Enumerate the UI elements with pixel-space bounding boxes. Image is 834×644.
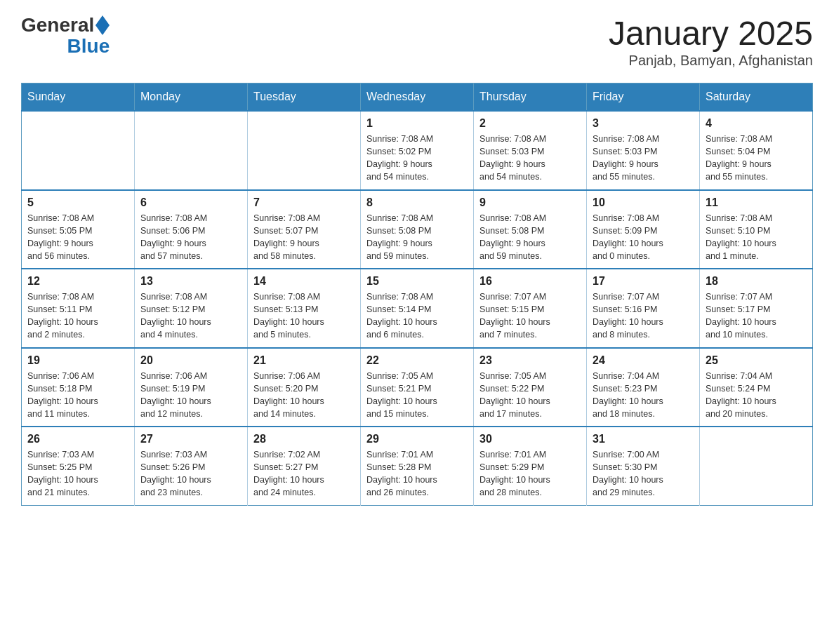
day-number: 15: [366, 275, 468, 288]
day-info: Sunrise: 7:04 AMSunset: 5:24 PMDaylight:…: [706, 370, 807, 421]
day-number: 6: [140, 196, 241, 209]
day-number: 19: [27, 354, 128, 367]
table-row: 26Sunrise: 7:03 AMSunset: 5:25 PMDayligh…: [22, 427, 135, 505]
table-row: 6Sunrise: 7:08 AMSunset: 5:06 PMDaylight…: [135, 190, 248, 269]
table-row: 29Sunrise: 7:01 AMSunset: 5:28 PMDayligh…: [361, 427, 474, 505]
table-row: 5Sunrise: 7:08 AMSunset: 5:05 PMDaylight…: [22, 190, 135, 269]
table-row: 31Sunrise: 7:00 AMSunset: 5:30 PMDayligh…: [587, 427, 700, 505]
day-number: 21: [253, 354, 355, 367]
day-info: Sunrise: 7:08 AMSunset: 5:13 PMDaylight:…: [253, 290, 355, 342]
day-number: 11: [706, 196, 807, 209]
table-row: 16Sunrise: 7:07 AMSunset: 5:15 PMDayligh…: [474, 269, 587, 348]
header-wednesday: Wednesday: [361, 83, 474, 112]
table-row: 15Sunrise: 7:08 AMSunset: 5:14 PMDayligh…: [361, 269, 474, 348]
table-row: 3Sunrise: 7:08 AMSunset: 5:03 PMDaylight…: [587, 111, 700, 190]
table-row: 22Sunrise: 7:05 AMSunset: 5:21 PMDayligh…: [361, 348, 474, 427]
day-info: Sunrise: 7:08 AMSunset: 5:07 PMDaylight:…: [253, 212, 355, 263]
table-row: 1Sunrise: 7:08 AMSunset: 5:02 PMDaylight…: [361, 111, 474, 190]
logo-blue: Blue: [67, 35, 110, 58]
logo: General Blue: [21, 14, 110, 58]
table-row: 12Sunrise: 7:08 AMSunset: 5:11 PMDayligh…: [22, 269, 135, 348]
header-friday: Friday: [587, 83, 700, 112]
day-info: Sunrise: 7:04 AMSunset: 5:23 PMDaylight:…: [593, 370, 694, 421]
calendar-week-row: 26Sunrise: 7:03 AMSunset: 5:25 PMDayligh…: [22, 427, 813, 505]
calendar-table: Sunday Monday Tuesday Wednesday Thursday…: [21, 83, 813, 506]
table-row: 18Sunrise: 7:07 AMSunset: 5:17 PMDayligh…: [700, 269, 813, 348]
day-info: Sunrise: 7:08 AMSunset: 5:10 PMDaylight:…: [706, 212, 807, 263]
table-row: 25Sunrise: 7:04 AMSunset: 5:24 PMDayligh…: [700, 348, 813, 427]
day-info: Sunrise: 7:08 AMSunset: 5:04 PMDaylight:…: [706, 133, 807, 184]
calendar-week-row: 12Sunrise: 7:08 AMSunset: 5:11 PMDayligh…: [22, 269, 813, 348]
header-tuesday: Tuesday: [248, 83, 361, 112]
day-number: 1: [366, 117, 468, 130]
day-info: Sunrise: 7:07 AMSunset: 5:17 PMDaylight:…: [706, 290, 807, 342]
table-row: 11Sunrise: 7:08 AMSunset: 5:10 PMDayligh…: [700, 190, 813, 269]
day-number: 26: [27, 433, 128, 445]
calendar-header-row: Sunday Monday Tuesday Wednesday Thursday…: [22, 83, 813, 112]
calendar-title: January 2025: [609, 14, 813, 53]
day-info: Sunrise: 7:08 AMSunset: 5:02 PMDaylight:…: [366, 133, 468, 184]
day-info: Sunrise: 7:08 AMSunset: 5:06 PMDaylight:…: [140, 212, 241, 263]
day-info: Sunrise: 7:08 AMSunset: 5:09 PMDaylight:…: [593, 212, 694, 263]
table-row: 17Sunrise: 7:07 AMSunset: 5:16 PMDayligh…: [587, 269, 700, 348]
day-info: Sunrise: 7:03 AMSunset: 5:25 PMDaylight:…: [27, 448, 128, 499]
day-info: Sunrise: 7:06 AMSunset: 5:20 PMDaylight:…: [253, 370, 355, 421]
calendar-week-row: 19Sunrise: 7:06 AMSunset: 5:18 PMDayligh…: [22, 348, 813, 427]
day-info: Sunrise: 7:07 AMSunset: 5:15 PMDaylight:…: [479, 290, 581, 342]
day-info: Sunrise: 7:08 AMSunset: 5:08 PMDaylight:…: [479, 212, 581, 263]
table-row: 9Sunrise: 7:08 AMSunset: 5:08 PMDaylight…: [474, 190, 587, 269]
table-row: 28Sunrise: 7:02 AMSunset: 5:27 PMDayligh…: [248, 427, 361, 505]
calendar-subtitle: Panjab, Bamyan, Afghanistan: [609, 53, 813, 69]
day-number: 20: [140, 354, 241, 367]
day-info: Sunrise: 7:08 AMSunset: 5:03 PMDaylight:…: [593, 133, 694, 184]
day-info: Sunrise: 7:06 AMSunset: 5:19 PMDaylight:…: [140, 370, 241, 421]
calendar-week-row: 1Sunrise: 7:08 AMSunset: 5:02 PMDaylight…: [22, 111, 813, 190]
table-row: 24Sunrise: 7:04 AMSunset: 5:23 PMDayligh…: [587, 348, 700, 427]
day-info: Sunrise: 7:05 AMSunset: 5:21 PMDaylight:…: [366, 370, 468, 421]
day-info: Sunrise: 7:01 AMSunset: 5:28 PMDaylight:…: [366, 448, 468, 499]
table-row: 30Sunrise: 7:01 AMSunset: 5:29 PMDayligh…: [474, 427, 587, 505]
table-row: [700, 427, 813, 505]
day-info: Sunrise: 7:05 AMSunset: 5:22 PMDaylight:…: [479, 370, 581, 421]
table-row: 23Sunrise: 7:05 AMSunset: 5:22 PMDayligh…: [474, 348, 587, 427]
day-number: 18: [706, 275, 807, 288]
header-saturday: Saturday: [700, 83, 813, 112]
day-number: 2: [479, 117, 581, 130]
day-number: 28: [253, 433, 355, 445]
day-number: 3: [593, 117, 694, 130]
day-info: Sunrise: 7:06 AMSunset: 5:18 PMDaylight:…: [27, 370, 128, 421]
table-row: 27Sunrise: 7:03 AMSunset: 5:26 PMDayligh…: [135, 427, 248, 505]
table-row: 8Sunrise: 7:08 AMSunset: 5:08 PMDaylight…: [361, 190, 474, 269]
day-info: Sunrise: 7:02 AMSunset: 5:27 PMDaylight:…: [253, 448, 355, 499]
table-row: 10Sunrise: 7:08 AMSunset: 5:09 PMDayligh…: [587, 190, 700, 269]
day-number: 31: [593, 433, 694, 445]
day-info: Sunrise: 7:08 AMSunset: 5:11 PMDaylight:…: [27, 290, 128, 342]
table-row: 7Sunrise: 7:08 AMSunset: 5:07 PMDaylight…: [248, 190, 361, 269]
day-number: 5: [27, 196, 128, 209]
day-number: 22: [366, 354, 468, 367]
day-number: 16: [479, 275, 581, 288]
calendar-week-row: 5Sunrise: 7:08 AMSunset: 5:05 PMDaylight…: [22, 190, 813, 269]
day-number: 13: [140, 275, 241, 288]
day-number: 7: [253, 196, 355, 209]
day-number: 14: [253, 275, 355, 288]
header-monday: Monday: [135, 83, 248, 112]
day-info: Sunrise: 7:08 AMSunset: 5:08 PMDaylight:…: [366, 212, 468, 263]
day-info: Sunrise: 7:08 AMSunset: 5:05 PMDaylight:…: [27, 212, 128, 263]
day-number: 25: [706, 354, 807, 367]
day-number: 29: [366, 433, 468, 445]
table-row: 4Sunrise: 7:08 AMSunset: 5:04 PMDaylight…: [700, 111, 813, 190]
day-number: 23: [479, 354, 581, 367]
table-row: 2Sunrise: 7:08 AMSunset: 5:03 PMDaylight…: [474, 111, 587, 190]
day-number: 9: [479, 196, 581, 209]
table-row: [248, 111, 361, 190]
day-number: 24: [593, 354, 694, 367]
day-number: 12: [27, 275, 128, 288]
day-info: Sunrise: 7:07 AMSunset: 5:16 PMDaylight:…: [593, 290, 694, 342]
day-info: Sunrise: 7:08 AMSunset: 5:03 PMDaylight:…: [479, 133, 581, 184]
table-row: [135, 111, 248, 190]
table-row: [22, 111, 135, 190]
logo-general: General: [21, 14, 94, 36]
table-row: 21Sunrise: 7:06 AMSunset: 5:20 PMDayligh…: [248, 348, 361, 427]
day-number: 17: [593, 275, 694, 288]
